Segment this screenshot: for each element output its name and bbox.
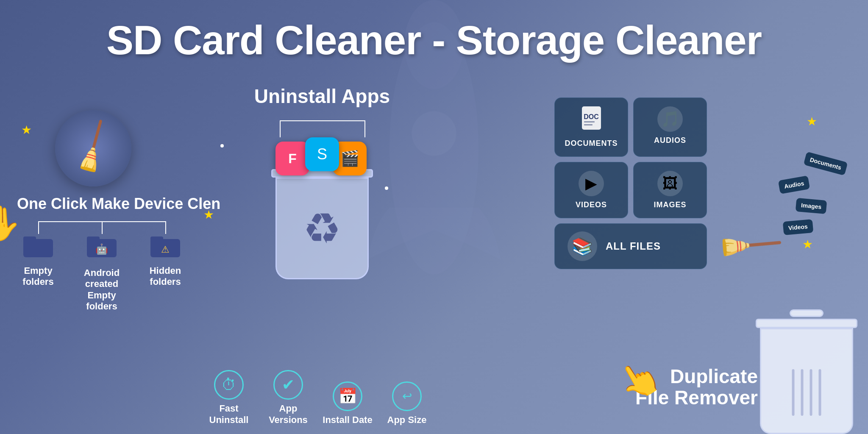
file-card-videos[interactable]: ▶ VIDEOS bbox=[554, 162, 628, 218]
audios-icon: 🎵 bbox=[642, 106, 698, 132]
one-click-label: One Click Make Device Clen bbox=[17, 195, 208, 213]
u-line-top bbox=[280, 120, 364, 121]
file-card-all-files[interactable]: 📚 ALL FILES bbox=[554, 223, 707, 269]
trash-line-1 bbox=[792, 369, 795, 416]
fast-uninstall-icon: ⏱ bbox=[214, 370, 244, 400]
svg-rect-6 bbox=[87, 236, 100, 243]
svg-rect-9 bbox=[150, 236, 163, 243]
trash-big-lid bbox=[756, 319, 857, 328]
folder-empty: Empty folders bbox=[17, 234, 59, 288]
skype-icon: S bbox=[305, 137, 339, 171]
file-card-documents[interactable]: DOC DOCUMENTS bbox=[554, 97, 628, 157]
svg-text:🤖: 🤖 bbox=[95, 243, 108, 255]
folder-android: 🤖 Android created Empty folders bbox=[81, 234, 123, 312]
brush-icon: 🧹 bbox=[61, 117, 125, 180]
empty-folder-label: Empty folders bbox=[17, 265, 59, 288]
android-folder-label: Android created Empty folders bbox=[81, 267, 123, 312]
trash-bottom-right bbox=[754, 309, 860, 434]
app-versions-icon: ✔ bbox=[273, 370, 303, 400]
foursquare-icon: F bbox=[275, 142, 309, 175]
tree-v2 bbox=[102, 221, 103, 234]
star-4: ★ bbox=[802, 237, 813, 251]
scattered-audios: Audios bbox=[778, 175, 810, 194]
app-size-icon: ↩ bbox=[392, 381, 422, 411]
file-card-audios[interactable]: 🎵 AUDIOS bbox=[633, 97, 707, 157]
svg-text:DOC: DOC bbox=[584, 113, 599, 120]
bottom-features: ⏱ Fast Uninstall ✔ App Versions 📅 Instal… bbox=[199, 370, 437, 434]
tree-v3 bbox=[165, 221, 166, 234]
fast-uninstall-label: Fast Uninstall bbox=[203, 403, 254, 426]
install-date-label: Install Date bbox=[322, 415, 373, 426]
broom-right-icon: 🧹 bbox=[712, 209, 785, 282]
trash-lines bbox=[792, 369, 821, 416]
install-date-icon: 📅 bbox=[333, 381, 362, 411]
trash-body: ♻ bbox=[275, 178, 369, 279]
brush-circle: 🧹 bbox=[55, 110, 131, 186]
scattered-documents: Documents bbox=[804, 152, 848, 176]
hidden-folder-icon: ⚠ bbox=[144, 234, 186, 263]
left-section: 🤚 🧹 One Click Make Device Clen Empty fol… bbox=[13, 110, 208, 306]
documents-label: DOCUMENTS bbox=[563, 139, 619, 148]
trash-line-3 bbox=[810, 369, 812, 416]
images-icon: 🖼 bbox=[642, 171, 698, 196]
feature-install-date: 📅 Install Date bbox=[322, 381, 373, 426]
scattered-images: Images bbox=[796, 198, 827, 214]
star-3: ★ bbox=[807, 114, 817, 128]
folder-hidden: ⚠ Hidden folders bbox=[144, 234, 186, 288]
right-section: DOC DOCUMENTS 🎵 AUDIOS ▶ VI bbox=[554, 97, 707, 269]
folder-tree: Empty folders 🤖 Android created Empty fo… bbox=[13, 221, 208, 306]
trash-big-body bbox=[760, 328, 853, 434]
page-title: SD Card Cleaner - Storage Cleaner bbox=[0, 17, 868, 64]
feature-app-versions: ✔ App Versions bbox=[263, 370, 314, 426]
app-versions-label: App Versions bbox=[263, 403, 314, 426]
videos-label: VIDEOS bbox=[563, 200, 619, 209]
audios-label: AUDIOS bbox=[642, 136, 698, 145]
scattered-videos: Videos bbox=[783, 219, 813, 235]
hidden-folder-label: Hidden folders bbox=[144, 265, 186, 288]
uninstall-label: Uninstall Apps bbox=[220, 85, 424, 108]
empty-folder-icon bbox=[17, 234, 59, 263]
middle-section: Uninstall Apps F S 🎬 ♻ bbox=[220, 85, 424, 279]
feature-app-size: ↩ App Size bbox=[381, 381, 432, 426]
trash-line-2 bbox=[801, 369, 804, 416]
trash-big-handle bbox=[790, 309, 823, 317]
u-v2 bbox=[364, 120, 365, 137]
documents-icon: DOC bbox=[563, 106, 619, 135]
svg-rect-13 bbox=[584, 121, 595, 122]
hand-left-icon: 🤚 bbox=[0, 203, 21, 243]
u-v1 bbox=[280, 120, 281, 137]
trash-container: F S 🎬 ♻ bbox=[263, 142, 381, 279]
file-card-images[interactable]: 🖼 IMAGES bbox=[633, 162, 707, 218]
svg-rect-14 bbox=[584, 124, 593, 125]
svg-rect-4 bbox=[23, 236, 36, 243]
trash-line-4 bbox=[819, 369, 821, 416]
recycle-icon: ♻ bbox=[303, 204, 341, 253]
videos-icon: ▶ bbox=[563, 171, 619, 196]
uninstall-tree bbox=[259, 120, 386, 137]
svg-text:⚠: ⚠ bbox=[161, 244, 170, 255]
images-label: IMAGES bbox=[642, 200, 698, 209]
feature-fast-uninstall: ⏱ Fast Uninstall bbox=[203, 370, 254, 426]
all-files-label: ALL FILES bbox=[606, 240, 661, 252]
file-grid: DOC DOCUMENTS 🎵 AUDIOS ▶ VI bbox=[554, 97, 707, 269]
app-size-label: App Size bbox=[381, 415, 432, 426]
tree-v1 bbox=[38, 221, 39, 234]
android-folder-icon: 🤖 bbox=[81, 234, 123, 265]
